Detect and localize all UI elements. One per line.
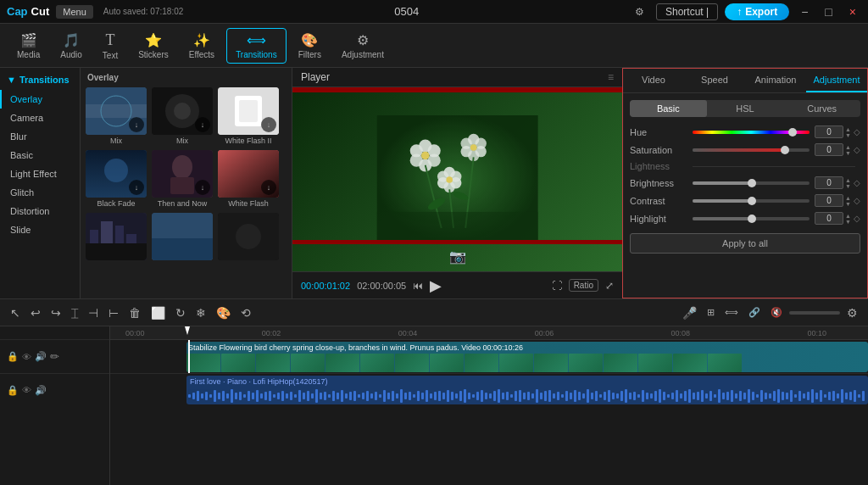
toolbar-audio[interactable]: 🎵 Audio [52, 29, 91, 63]
download-icon-5[interactable]: ↓ [195, 180, 210, 195]
split-view-button[interactable]: ⊞ [704, 305, 718, 320]
toolbar-effects[interactable]: ✨ Effects [181, 29, 223, 63]
sidebar-item-distortion[interactable]: Distortion [0, 202, 80, 220]
trim-right-button[interactable]: ⊢ [105, 304, 122, 321]
download-icon-2[interactable]: ↓ [195, 117, 210, 132]
sidebar-item-basic[interactable]: Basic [0, 146, 80, 164]
lock-icon[interactable]: 🔒 [7, 351, 19, 362]
transform-button[interactable]: ⟲ [237, 304, 254, 321]
fit-button[interactable]: ⟺ [721, 305, 742, 320]
color-button[interactable]: 🎨 [213, 304, 234, 321]
highlight-keyframe[interactable]: ◇ [854, 214, 860, 223]
sidebar-item-light-effect[interactable]: Light Effect [0, 164, 80, 183]
select-tool-button[interactable]: ↖ [7, 304, 24, 321]
brightness-slider[interactable] [693, 181, 810, 185]
hue-arrows[interactable]: ▲▼ [845, 126, 851, 138]
brightness-arrows[interactable]: ▲▼ [845, 177, 851, 189]
hue-keyframe[interactable]: ◇ [854, 127, 860, 137]
transition-white-flash-2[interactable]: ↓ White Flash II [218, 87, 279, 145]
zoom-slider[interactable] [789, 311, 840, 315]
toolbar-media[interactable]: 🎬 Media [8, 29, 48, 63]
audio-lock-icon[interactable]: 🔒 [7, 385, 19, 396]
volume-icon[interactable]: 🔊 [35, 351, 47, 362]
transition-white-flash[interactable]: ↓ White Flash [218, 150, 279, 208]
settings-icon-btn[interactable]: ⚙ [630, 4, 649, 20]
toolbar-transitions[interactable]: ⟺ Transitions [226, 28, 287, 64]
saturation-keyframe[interactable]: ◇ [854, 145, 860, 154]
sidebar-item-blur[interactable]: Blur [0, 127, 80, 146]
transition-then-and-now[interactable]: ↓ Then and Now [152, 150, 213, 208]
delete-button[interactable]: 🗑 [125, 304, 144, 321]
sub-tab-curves[interactable]: Curves [783, 100, 860, 117]
play-button[interactable]: ▶ [430, 276, 442, 295]
mic-button[interactable]: 🎤 [679, 304, 700, 321]
download-icon-4[interactable]: ↓ [129, 180, 144, 195]
snapshot-icon[interactable]: 📷 [449, 248, 466, 265]
toolbar-adjustment[interactable]: ⚙ Adjustment [333, 29, 392, 63]
sub-tab-hsl[interactable]: HSL [707, 100, 784, 117]
eye-icon[interactable]: 👁 [22, 352, 31, 362]
transition-item-7[interactable] [86, 213, 147, 262]
transition-black-fade[interactable]: ↓ Black Fade [86, 150, 147, 208]
sidebar-item-slide[interactable]: Slide [0, 220, 80, 239]
toolbar-stickers[interactable]: ⭐ Stickers [130, 29, 177, 63]
maximize-button[interactable]: □ [820, 5, 837, 19]
edit-track-icon[interactable]: ✏ [50, 350, 59, 363]
saturation-arrows[interactable]: ▲▼ [845, 144, 851, 156]
sidebar-item-glitch[interactable]: Glitch [0, 183, 80, 202]
audio-eye-icon[interactable]: 👁 [22, 385, 31, 395]
hue-slider[interactable] [693, 131, 810, 134]
brightness-keyframe[interactable]: ◇ [854, 178, 860, 187]
player-menu-icon[interactable]: ≡ [608, 71, 614, 83]
redo-button[interactable]: ↪ [47, 304, 64, 321]
freeze-button[interactable]: ❄ [192, 304, 209, 321]
menu-button[interactable]: Menu [56, 5, 93, 19]
hue-thumb[interactable] [788, 128, 797, 137]
tab-video[interactable]: Video [623, 69, 684, 92]
saturation-slider[interactable] [693, 148, 810, 152]
video-clip[interactable]: Stabilize Flowering bird cherry spring c… [186, 342, 868, 372]
toolbar-filters[interactable]: 🎨 Filters [290, 29, 330, 63]
tab-adjustment[interactable]: Adjustment [806, 69, 867, 92]
toolbar-text[interactable]: T Text [94, 28, 126, 64]
close-button[interactable]: × [844, 5, 861, 19]
timeline-settings-button[interactable]: ⚙ [843, 304, 861, 321]
expand-button[interactable]: ⤢ [605, 280, 614, 292]
transition-item-8[interactable] [152, 213, 213, 262]
undo-button[interactable]: ↩ [27, 304, 44, 321]
transition-mix-2[interactable]: ↓ Mix [152, 87, 213, 145]
mute-button[interactable]: 🔇 [767, 305, 786, 320]
audio-clip[interactable]: First love · Piano · Lofi HipHop(1420517… [186, 376, 868, 404]
brightness-input[interactable] [815, 176, 843, 189]
highlight-arrows[interactable]: ▲▼ [845, 213, 851, 225]
download-icon-6[interactable]: ↓ [261, 180, 276, 195]
split-button[interactable]: ⌶ [68, 304, 81, 321]
sub-tab-basic[interactable]: Basic [630, 100, 707, 117]
crop-button[interactable]: ⬜ [147, 304, 169, 321]
brightness-thumb[interactable] [748, 179, 756, 187]
loop-button[interactable]: ↻ [172, 304, 189, 321]
contrast-keyframe[interactable]: ◇ [854, 196, 860, 205]
tab-speed[interactable]: Speed [684, 69, 745, 92]
shortcut-button[interactable]: Shortcut | [656, 3, 718, 20]
highlight-input[interactable] [815, 212, 843, 225]
contrast-arrows[interactable]: ▲▼ [845, 195, 851, 207]
export-button[interactable]: ↑Export [725, 3, 789, 20]
contrast-thumb[interactable] [748, 197, 756, 205]
sidebar-item-overlay[interactable]: Overlay [0, 90, 80, 109]
minimize-button[interactable]: − [796, 5, 813, 19]
saturation-thumb[interactable] [781, 146, 789, 154]
audio-vol-icon[interactable]: 🔊 [35, 385, 47, 396]
transition-item-9[interactable] [218, 213, 279, 262]
saturation-input[interactable] [815, 143, 843, 156]
link-button[interactable]: 🔗 [745, 305, 764, 320]
apply-to-all-button[interactable]: Apply to all [630, 233, 860, 254]
hue-input[interactable] [815, 125, 843, 138]
trim-left-button[interactable]: ⊣ [85, 304, 102, 321]
contrast-input[interactable] [815, 194, 843, 207]
contrast-slider[interactable] [693, 199, 810, 203]
tab-animation[interactable]: Animation [745, 69, 806, 92]
fullscreen-button[interactable]: ⛶ [552, 280, 562, 292]
sidebar-item-camera[interactable]: Camera [0, 109, 80, 127]
download-icon-3[interactable]: ↓ [261, 117, 276, 132]
